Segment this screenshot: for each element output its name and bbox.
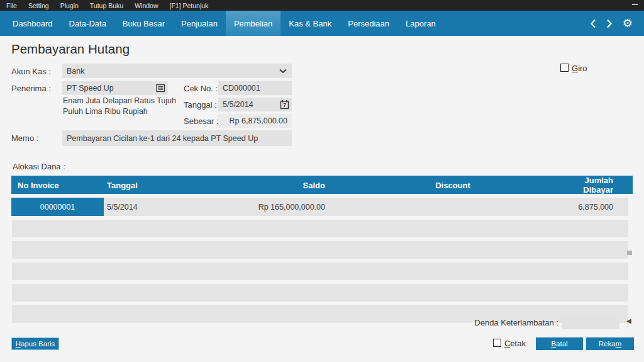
column-header-discount[interactable]: Discount (346, 181, 560, 190)
cell-discount[interactable] (346, 198, 560, 216)
giro-checkbox[interactable] (560, 64, 569, 72)
empty-table-row[interactable] (12, 241, 628, 259)
cell-jumlah-dibayar[interactable]: 6,875,000 (560, 198, 628, 216)
alokasi-dana-label: Alokasi Dana : (13, 162, 65, 171)
tab-penjualan[interactable]: Penjualan (173, 11, 226, 36)
column-header-tanggal[interactable]: Tanggal (104, 181, 218, 190)
calendar-icon[interactable]: 7 (280, 99, 289, 110)
memo-input[interactable]: Pembayaran Cicilan ke-1 dari 24 kepada P… (62, 130, 292, 146)
menu-tutup-buku[interactable]: Tutup Buku (84, 2, 129, 9)
memo-value: Pembayaran Cicilan ke-1 dari 24 kepada P… (67, 134, 258, 143)
cetak-label: Cetak (504, 339, 526, 348)
menu-plugin[interactable]: Plugin (55, 2, 84, 9)
empty-table-row[interactable] (12, 284, 628, 302)
table-scrollbar-thumb[interactable] (627, 251, 632, 255)
triangle-left-icon[interactable]: ◀ (626, 317, 631, 324)
sebesar-field: Rp 6,875,000.00 (218, 114, 292, 128)
tab-data-data[interactable]: Data-Data (61, 11, 114, 36)
column-header-jumlah-dibayar[interactable]: Jumlah Dibayar (560, 176, 633, 195)
chevron-down-icon (279, 69, 287, 73)
minimize-icon[interactable] (632, 4, 638, 5)
empty-table-row[interactable] (12, 220, 628, 237)
empty-table-row[interactable] (12, 263, 628, 280)
tab-buku-besar[interactable]: Buku Besar (114, 11, 173, 36)
penerima-value: PT Speed Up (67, 84, 114, 93)
akun-kas-value: Bank (67, 67, 85, 76)
tab-pembelian[interactable]: Pembelian (226, 11, 280, 36)
cek-no-label: Cek No. : (184, 84, 218, 93)
akun-kas-label: Akun Kas : (11, 67, 51, 76)
denda-label: Denda Keterlambatan : (440, 318, 558, 327)
navbar: Dashboard Data-Data Buku Besar Penjualan… (0, 11, 644, 36)
navbar-controls: ⚙ (590, 11, 644, 36)
penerima-input[interactable]: PT Speed Up (62, 81, 168, 95)
tanggal-input[interactable]: 5/5/2014 7 (218, 98, 292, 111)
cek-no-input[interactable]: CD000001 (218, 81, 292, 95)
gear-icon[interactable]: ⚙ (623, 18, 633, 29)
column-header-no-invoice[interactable]: No Invoice (11, 181, 104, 190)
column-header-saldo[interactable]: Saldo (218, 181, 346, 190)
table-header: No Invoice Tanggal Saldo Discount Jumlah… (11, 176, 633, 194)
giro-label: Giro (572, 64, 587, 73)
tanggal-label: Tanggal : (184, 100, 217, 110)
menu-setting[interactable]: Setting (23, 2, 55, 9)
sebesar-value: Rp 6,875,000.00 (230, 116, 287, 125)
chevron-right-icon[interactable] (606, 19, 613, 28)
batal-button[interactable]: Batal (536, 337, 583, 350)
cetak-checkbox[interactable] (493, 339, 501, 347)
penerima-label: Penerima : (11, 84, 51, 93)
cell-saldo[interactable]: Rp 165,000,000.00 (218, 198, 346, 216)
hapus-baris-button[interactable]: Hapus Baris (11, 337, 59, 350)
menu-file[interactable]: File (5, 2, 23, 9)
denda-input[interactable] (562, 317, 619, 329)
cek-no-value: CD000001 (223, 84, 260, 93)
lookup-list-icon[interactable] (156, 84, 165, 93)
menubar: File Setting Plugin Tutup Buku Window [F… (0, 0, 644, 11)
menu-petunjuk[interactable]: [F1] Petunjuk (164, 2, 214, 9)
tab-dashboard[interactable]: Dashboard (4, 11, 61, 36)
table-row: 00000001 5/5/2014 Rp 165,000,000.00 6,87… (11, 198, 628, 216)
tab-kas-bank[interactable]: Kas & Bank (280, 11, 340, 36)
amount-in-words: Enam Juta Delapan Ratus Tujuh Puluh Lima… (63, 96, 176, 116)
page-title: Pembayaran Hutang (11, 42, 130, 57)
tab-laporan[interactable]: Laporan (397, 11, 444, 36)
sebesar-label: Sebesar : (184, 116, 219, 126)
rekam-button[interactable]: Rekam (586, 337, 634, 350)
tanggal-value: 5/5/2014 (223, 100, 253, 109)
chevron-left-icon[interactable] (590, 19, 596, 28)
svg-text:7: 7 (283, 102, 286, 108)
menu-window[interactable]: Window (129, 2, 164, 9)
tab-persediaan[interactable]: Persediaan (340, 11, 397, 36)
memo-label: Memo : (11, 133, 38, 143)
cell-tanggal[interactable]: 5/5/2014 (104, 198, 218, 216)
cell-no-invoice-selected[interactable]: 00000001 (11, 198, 104, 216)
akun-kas-select[interactable]: Bank (62, 64, 292, 78)
